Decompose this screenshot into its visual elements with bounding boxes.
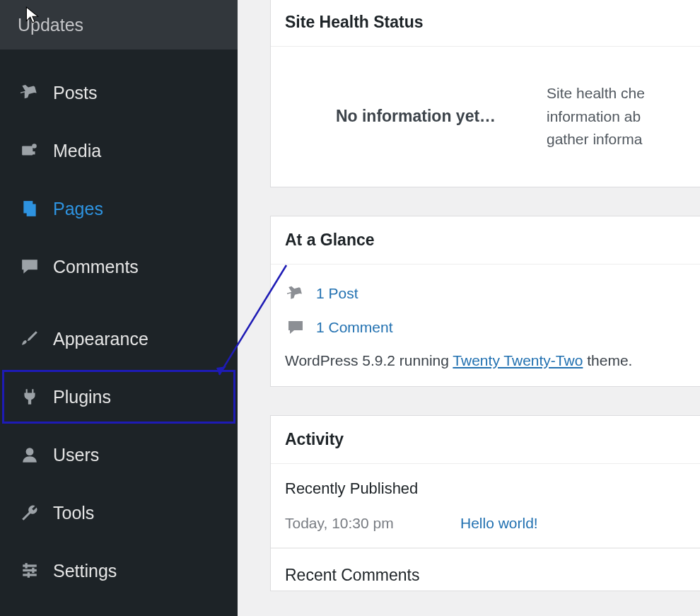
user-icon: [18, 443, 42, 467]
sidebar-item-label: Comments: [53, 257, 139, 277]
svg-rect-10: [28, 572, 30, 578]
pages-icon: [18, 197, 42, 221]
svg-rect-5: [23, 564, 37, 566]
sidebar-item-label: Pages: [53, 199, 103, 219]
wordpress-version-text: WordPress 5.9.2 running Twenty Twenty-Tw…: [285, 352, 687, 369]
site-health-status-text: No information yet…: [285, 107, 547, 126]
site-health-panel: Site Health Status No information yet… S…: [270, 0, 700, 187]
site-health-description: Site health che information ab gather in…: [547, 82, 645, 151]
comments-count-link[interactable]: 1 Comment: [316, 319, 393, 336]
sidebar-item-media[interactable]: Media: [0, 122, 238, 180]
sidebar-item-plugins[interactable]: Plugins: [0, 368, 238, 426]
admin-sidebar: Updates Posts Media Pages Comments Appea…: [0, 0, 238, 616]
pin-icon: [285, 283, 306, 304]
sidebar-item-appearance[interactable]: Appearance: [0, 310, 238, 368]
svg-rect-8: [25, 563, 28, 569]
activity-panel: Activity Recently Published Today, 10:30…: [270, 415, 700, 591]
sidebar-item-label: Updates: [18, 15, 83, 35]
svg-rect-0: [22, 146, 33, 156]
sidebar-item-label: Settings: [53, 561, 117, 581]
plug-icon: [18, 385, 42, 409]
posts-count-link[interactable]: 1 Post: [316, 285, 358, 302]
svg-point-4: [26, 448, 34, 455]
sidebar-item-comments[interactable]: Comments: [0, 238, 238, 296]
sidebar-item-label: Appearance: [53, 329, 148, 349]
comment-icon: [18, 255, 42, 279]
sidebar-item-label: Posts: [53, 83, 98, 103]
sidebar-item-pages[interactable]: Pages: [0, 180, 238, 238]
pin-icon: [18, 81, 42, 105]
svg-point-1: [32, 144, 37, 149]
sliders-icon: [18, 559, 42, 583]
sidebar-item-label: Users: [53, 445, 99, 465]
svg-rect-9: [32, 568, 34, 574]
sidebar-item-label: Tools: [53, 503, 94, 523]
svg-rect-6: [23, 569, 37, 571]
activity-post-link[interactable]: Hello world!: [460, 515, 538, 532]
activity-time: Today, 10:30 pm: [285, 515, 460, 532]
at-a-glance-panel: At a Glance 1 Post 1 Comment WordPress 5…: [270, 216, 700, 387]
panel-title: At a Glance: [271, 216, 700, 265]
svg-rect-3: [27, 204, 36, 216]
sidebar-item-updates[interactable]: Updates: [0, 0, 238, 50]
panel-title: Site Health Status: [271, 0, 700, 47]
sidebar-item-posts[interactable]: Posts: [0, 64, 238, 122]
panel-title: Activity: [271, 416, 700, 464]
brush-icon: [18, 327, 42, 351]
sidebar-item-label: Media: [53, 141, 101, 161]
dashboard-content: Site Health Status No information yet… S…: [238, 0, 700, 616]
comment-icon: [285, 317, 306, 338]
recent-comments-heading: Recent Comments: [271, 548, 700, 591]
wrench-icon: [18, 501, 42, 525]
activity-item: Today, 10:30 pm Hello world!: [271, 505, 700, 548]
media-icon: [18, 139, 42, 163]
recently-published-heading: Recently Published: [271, 464, 700, 505]
sidebar-item-settings[interactable]: Settings: [0, 542, 238, 600]
sidebar-item-label: Plugins: [53, 387, 111, 407]
sidebar-item-tools[interactable]: Tools: [0, 484, 238, 542]
theme-link[interactable]: Twenty Twenty-Two: [453, 352, 583, 368]
sidebar-item-users[interactable]: Users: [0, 426, 238, 484]
